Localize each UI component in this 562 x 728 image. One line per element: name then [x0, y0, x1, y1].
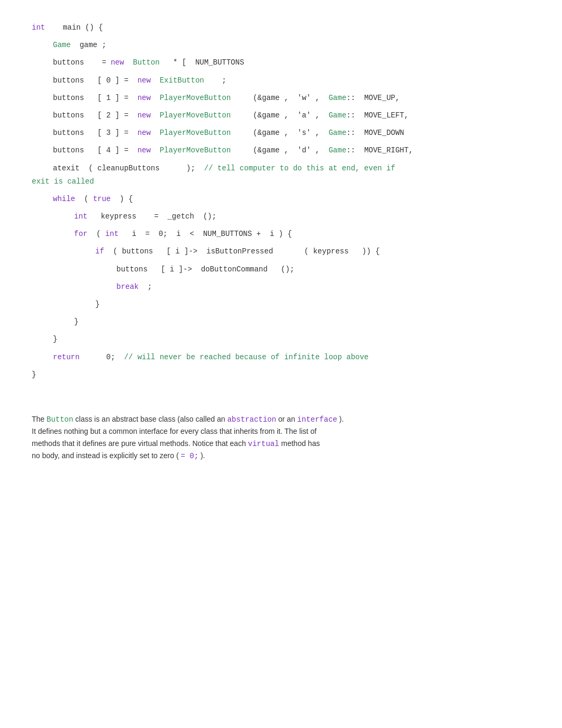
line-buttons-new: buttons = new Button * [ NUM_BUTTONS [53, 56, 530, 69]
prose-text-2: class is an abstract base class (also ca… [73, 415, 227, 423]
line-close-for: } [74, 315, 530, 329]
prose-zero: = 0; [180, 452, 198, 460]
prose-abstraction: abstraction [227, 415, 276, 424]
line-int-keypress: int keypress = _getch (); [74, 210, 530, 223]
prose-interface: interface [297, 415, 338, 424]
prose-text-8: no body, and instead is explicitly set t… [32, 451, 180, 460]
line-buttons4: buttons [ 4 ] = new PlayerMoveButton (&g… [53, 144, 530, 157]
prose-text-4: ). [337, 415, 343, 423]
line-break: break ; [116, 280, 530, 294]
line-close-main: } [32, 368, 530, 381]
line-atexit: atexit ( cleanupButtons ); // tell compu… [53, 162, 530, 175]
line-exit-called: exit is called [32, 175, 530, 188]
line-buttons0: buttons [ 0 ] = new ExitButton ; [53, 74, 530, 87]
line-close-if: } [95, 298, 530, 311]
prose-text-7: method has [279, 439, 320, 448]
line-int-main: int main () { [32, 21, 530, 34]
line-if: if ( buttons [ i ]-> isButtonPressed ( k… [95, 245, 530, 258]
line-buttons2: buttons [ 2 ] = new PlayerMoveButton (&g… [53, 109, 530, 122]
line-buttons3: buttons [ 3 ] = new PlayerMoveButton (&g… [53, 126, 530, 140]
line-do-btn-cmd: buttons [ i ]-> doButtonCommand (); [116, 263, 530, 276]
prose-text-6: methods that it defines are pure virtual… [32, 439, 248, 448]
line-game: Game game ; [53, 39, 530, 52]
prose-paragraph: The Button class is an abstract base cla… [32, 413, 530, 462]
line-for: for ( int i = 0; i < NUM_BUTTONS + i ) { [74, 228, 530, 241]
code-block: int main () { Game game ; buttons = new … [32, 21, 530, 381]
line-while: while ( true ) { [53, 193, 530, 206]
prose-text-3: or an [276, 415, 297, 423]
line-buttons1: buttons [ 1 ] = new PlayerMoveButton (&g… [53, 92, 530, 105]
line-close-while: } [53, 333, 530, 346]
prose-button-ref: Button [47, 415, 73, 424]
prose-virtual: virtual [248, 440, 279, 448]
prose-text-1: The [32, 415, 47, 423]
line-return: return 0; // will never be reached becau… [53, 351, 530, 364]
prose-text-9: ). [198, 451, 205, 460]
prose-text-5: It defines nothing but a common interfac… [32, 427, 316, 435]
